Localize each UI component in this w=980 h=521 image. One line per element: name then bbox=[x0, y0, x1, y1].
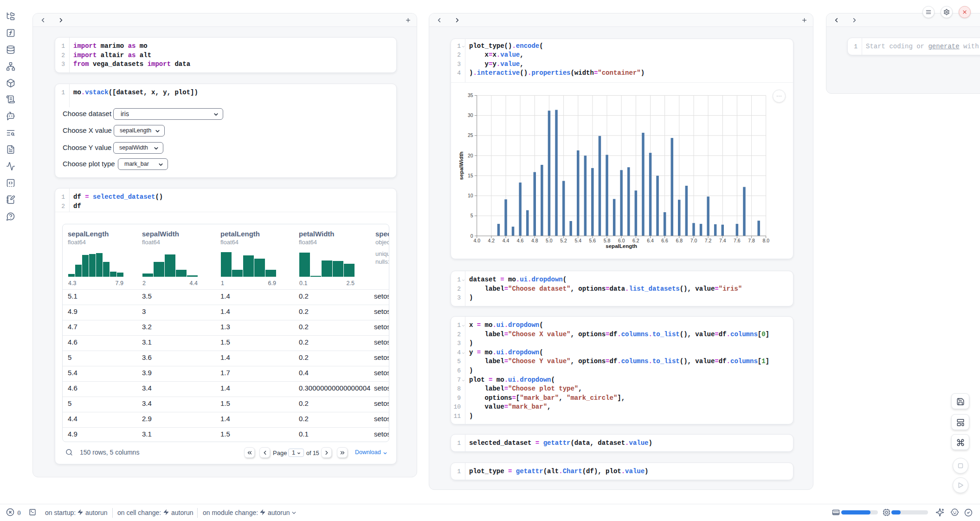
svg-text:4.6: 4.6 bbox=[517, 238, 524, 243]
svg-text:7.4: 7.4 bbox=[719, 238, 726, 243]
svg-text:15: 15 bbox=[468, 173, 473, 178]
svg-text:6.2: 6.2 bbox=[632, 238, 639, 243]
svg-text:8.0: 8.0 bbox=[762, 238, 769, 243]
svg-text:7.0: 7.0 bbox=[690, 238, 697, 243]
svg-text:5.0: 5.0 bbox=[546, 238, 553, 243]
svg-text:5: 5 bbox=[471, 213, 473, 218]
svg-text:7.8: 7.8 bbox=[748, 238, 755, 243]
svg-text:20: 20 bbox=[468, 153, 473, 158]
svg-text:4.4: 4.4 bbox=[503, 238, 509, 243]
svg-text:10: 10 bbox=[468, 193, 473, 198]
svg-text:sepalWidth: sepalWidth bbox=[458, 151, 464, 180]
svg-text:4.0: 4.0 bbox=[473, 238, 480, 243]
svg-text:sepalLength: sepalLength bbox=[606, 243, 637, 249]
svg-text:6.6: 6.6 bbox=[661, 238, 668, 243]
svg-text:4.2: 4.2 bbox=[488, 238, 495, 243]
svg-text:6.8: 6.8 bbox=[676, 238, 683, 243]
svg-text:5.4: 5.4 bbox=[574, 238, 581, 243]
svg-text:0: 0 bbox=[471, 233, 473, 239]
svg-text:35: 35 bbox=[468, 92, 473, 98]
svg-text:7.2: 7.2 bbox=[705, 238, 712, 243]
svg-text:30: 30 bbox=[468, 112, 473, 118]
svg-text:4.8: 4.8 bbox=[531, 238, 538, 243]
svg-text:5.8: 5.8 bbox=[604, 238, 611, 243]
svg-text:7.6: 7.6 bbox=[734, 238, 741, 243]
svg-text:25: 25 bbox=[468, 132, 473, 138]
svg-text:5.2: 5.2 bbox=[560, 238, 567, 243]
svg-text:5.6: 5.6 bbox=[589, 238, 596, 243]
svg-text:6.4: 6.4 bbox=[647, 238, 654, 243]
svg-text:6.0: 6.0 bbox=[618, 238, 625, 243]
